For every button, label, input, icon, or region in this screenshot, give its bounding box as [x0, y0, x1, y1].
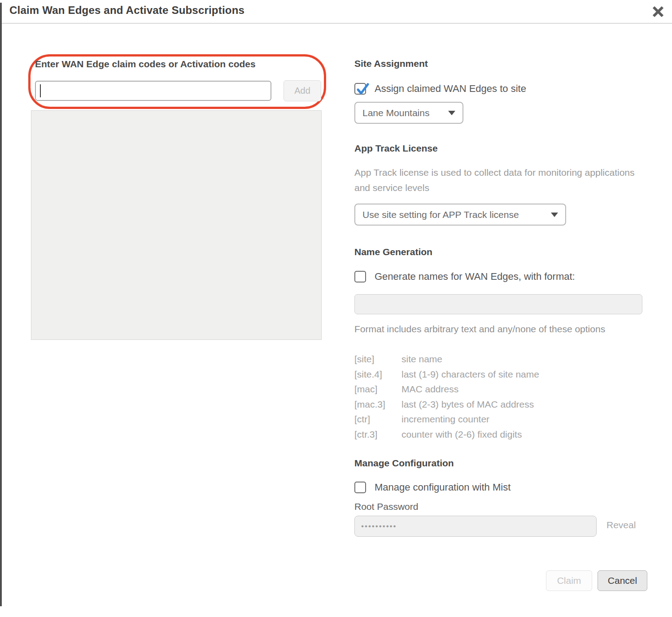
app-track-license-value: Use site setting for APP Track license	[362, 209, 519, 220]
add-button[interactable]: Add	[284, 80, 321, 101]
cancel-button[interactable]: Cancel	[598, 570, 647, 591]
token-code: [site]	[354, 352, 401, 367]
token-code: [ctr.3]	[354, 427, 401, 442]
site-select[interactable]: Lane Mountains	[354, 102, 463, 124]
token-row: [ctr] incrementing counter	[354, 412, 650, 427]
assign-to-site-row: Assign claimed WAN Edges to site	[354, 83, 526, 95]
claim-button[interactable]: Claim	[546, 570, 592, 591]
generate-names-checkbox[interactable]	[354, 271, 366, 282]
app-track-description: App Track license is used to collect dat…	[354, 165, 641, 196]
page-edge-strip	[0, 3, 2, 606]
root-password-input[interactable]	[354, 516, 597, 537]
token-code: [site.4]	[354, 367, 401, 382]
page-title: Claim Wan Edges and Activate Subscriptio…	[9, 4, 244, 17]
generate-names-label: Generate names for WAN Edges, with forma…	[375, 271, 575, 282]
format-help-text: Format includes arbitrary text and any/n…	[354, 322, 641, 336]
token-desc: last (1-9) characters of site name	[401, 367, 650, 382]
name-generation-heading: Name Generation	[354, 247, 432, 257]
close-button[interactable]	[650, 4, 666, 20]
app-track-license-select[interactable]: Use site setting for APP Track license	[354, 204, 566, 226]
token-code: [mac]	[354, 382, 401, 397]
name-format-input[interactable]	[354, 294, 642, 314]
token-code: [mac.3]	[354, 397, 401, 412]
token-row: [site] site name	[354, 352, 650, 367]
claim-wan-edges-dialog: Claim Wan Edges and Activate Subscriptio…	[0, 0, 672, 617]
assign-to-site-checkbox[interactable]	[354, 83, 366, 95]
chevron-down-icon	[448, 111, 455, 115]
generate-names-row: Generate names for WAN Edges, with forma…	[354, 271, 575, 282]
manage-config-row: Manage configuration with Mist	[354, 482, 511, 493]
token-desc: last (2-3) bytes of MAC address	[401, 397, 650, 412]
manage-config-label: Manage configuration with Mist	[375, 482, 511, 493]
manage-config-checkbox[interactable]	[354, 482, 366, 493]
text-caret	[40, 84, 41, 97]
token-row: [ctr.3] counter with (2-6) fixed digits	[354, 427, 650, 442]
token-desc: site name	[401, 352, 650, 367]
token-desc: incrementing counter	[401, 412, 650, 427]
claim-codes-list	[31, 110, 322, 340]
token-code: [ctr]	[354, 412, 401, 427]
app-track-heading: App Track License	[354, 143, 438, 154]
site-select-value: Lane Mountains	[362, 108, 429, 118]
site-assignment-heading: Site Assignment	[354, 58, 428, 69]
assign-to-site-label: Assign claimed WAN Edges to site	[375, 83, 526, 95]
format-token-list: [site] site name [site.4] last (1-9) cha…	[354, 352, 650, 442]
manage-configuration-heading: Manage Configuration	[354, 458, 454, 469]
claim-codes-input[interactable]	[35, 81, 271, 101]
token-desc: counter with (2-6) fixed digits	[401, 427, 650, 442]
token-desc: MAC address	[401, 382, 650, 397]
chevron-down-icon	[551, 213, 558, 217]
token-row: [mac.3] last (2-3) bytes of MAC address	[354, 397, 650, 412]
claim-codes-label: Enter WAN Edge claim codes or Activation…	[35, 59, 256, 70]
root-password-label: Root Password	[354, 501, 418, 512]
header-divider	[2, 23, 672, 24]
reveal-password-link[interactable]: Reveal	[607, 520, 636, 530]
token-row: [site.4] last (1-9) characters of site n…	[354, 367, 650, 382]
close-icon	[651, 5, 665, 18]
token-row: [mac] MAC address	[354, 382, 650, 397]
